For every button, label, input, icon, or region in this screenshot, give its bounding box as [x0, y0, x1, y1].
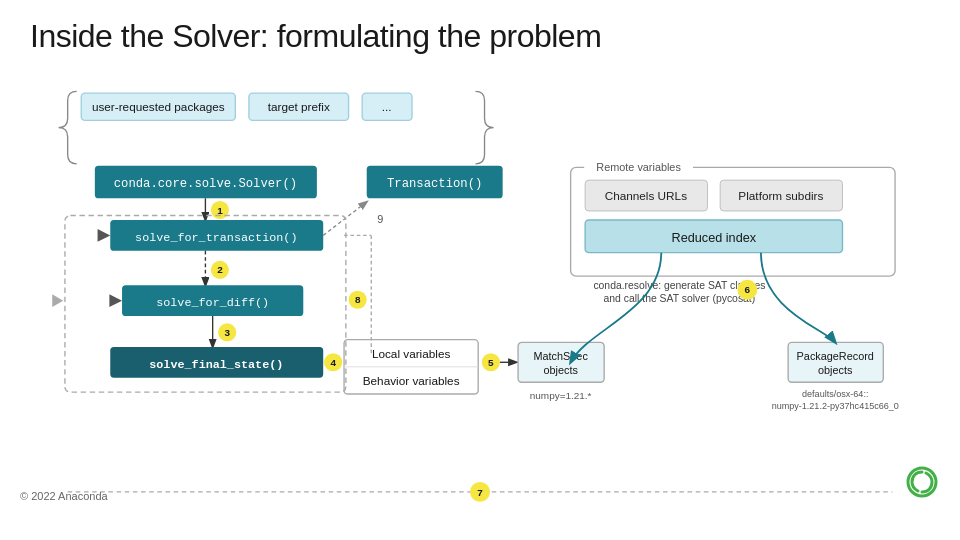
- svg-text:and call the SAT solver (pycos: and call the SAT solver (pycosat): [604, 293, 756, 304]
- svg-text:4: 4: [330, 357, 336, 368]
- svg-text:8: 8: [355, 294, 361, 305]
- svg-text:Platform subdirs: Platform subdirs: [738, 189, 823, 202]
- svg-text:2: 2: [217, 264, 223, 275]
- svg-text:Channels URLs: Channels URLs: [605, 189, 688, 202]
- svg-text:Transaction(): Transaction(): [387, 177, 482, 191]
- svg-text:9: 9: [377, 213, 383, 225]
- footer-copyright: © 2022 Anaconda: [20, 490, 108, 502]
- svg-text:solve_final_state(): solve_final_state(): [149, 358, 283, 372]
- svg-text:3: 3: [224, 327, 230, 338]
- svg-text:Behavior variables: Behavior variables: [363, 374, 460, 387]
- svg-text:user-requested packages: user-requested packages: [92, 100, 225, 113]
- svg-text:solve_for_transaction(): solve_for_transaction(): [135, 231, 297, 245]
- page-title: Inside the Solver: formulating the probl…: [0, 0, 960, 65]
- svg-text:...: ...: [382, 100, 392, 113]
- svg-text:6: 6: [745, 284, 751, 295]
- svg-text:numpy=1.21.*: numpy=1.21.*: [530, 390, 592, 401]
- svg-text:objects: objects: [818, 364, 853, 376]
- svg-text:1: 1: [217, 205, 223, 216]
- svg-text:numpy-1.21.2-py37hc415c66_0: numpy-1.21.2-py37hc415c66_0: [772, 401, 899, 411]
- svg-text:solve_for_diff(): solve_for_diff(): [156, 296, 269, 310]
- svg-marker-22: [52, 294, 63, 307]
- svg-text:MatchSpec: MatchSpec: [533, 350, 588, 362]
- svg-text:7: 7: [477, 487, 483, 498]
- svg-text:5: 5: [488, 357, 494, 368]
- svg-text:conda.core.solve.Solver(): conda.core.solve.Solver(): [114, 177, 297, 191]
- svg-marker-15: [98, 229, 111, 242]
- svg-text:Local variables: Local variables: [372, 347, 451, 360]
- svg-text:defaults/osx-64::: defaults/osx-64::: [802, 389, 868, 399]
- svg-marker-21: [109, 294, 122, 307]
- svg-text:Reduced index: Reduced index: [672, 231, 757, 245]
- svg-text:Remote variables: Remote variables: [596, 161, 681, 173]
- svg-text:target prefix: target prefix: [268, 100, 330, 113]
- svg-text:objects: objects: [543, 364, 578, 376]
- svg-text:PackageRecord: PackageRecord: [797, 350, 874, 362]
- anaconda-logo: [904, 464, 940, 504]
